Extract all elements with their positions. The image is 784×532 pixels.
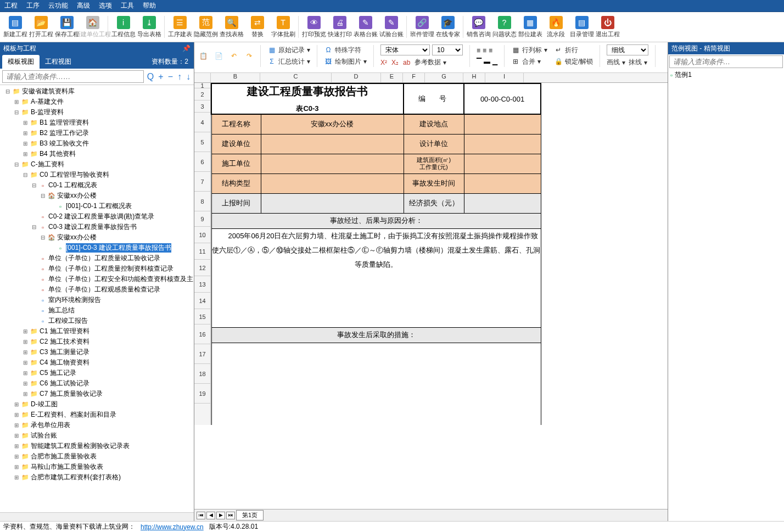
row-header[interactable]: 8 [194, 192, 210, 211]
copy-icon[interactable]: 📋 [199, 52, 208, 60]
menu-工具[interactable]: 工具 [121, 1, 134, 10]
tree-node[interactable]: ⊞📁C1 施工管理资料 [0, 326, 194, 337]
toolbar-班件管理[interactable]: 🔗班件管理 [409, 13, 435, 41]
merge-button[interactable]: ⊞合并▾ [511, 57, 547, 66]
toolbar-问题状态[interactable]: ?问题状态 [491, 13, 517, 41]
down-icon[interactable]: ↓ [185, 72, 192, 82]
col-header[interactable]: I [485, 73, 524, 82]
toolbar-新建单位工程[interactable]: 🏠新建单位工程 [80, 13, 105, 41]
col-header[interactable]: G [425, 73, 463, 82]
tree-node[interactable]: ⊞📁智能建筑工程质量检测验收记录表 [0, 441, 194, 451]
tree-node[interactable]: ▫C0-2 建设工程质量事故调(勘)查笔录 [0, 211, 194, 222]
line-type-select[interactable]: 细线 [607, 44, 648, 55]
tab-template-view[interactable]: 模板视图 [2, 55, 40, 69]
tree-node[interactable]: ▫单位（子单位）工程质量竣工验收记录 [0, 253, 194, 264]
tree-node[interactable]: ⊟📁C-施工资料 [0, 159, 194, 170]
tree-node[interactable]: ▫单位（子单位）工程观感质量检查记录 [0, 284, 194, 295]
tree-node[interactable]: ▫单位（子单位）工程质量控制资料核查记录 [0, 264, 194, 274]
menu-工序[interactable]: 工序 [26, 1, 40, 10]
subscript-icon[interactable]: X₂ [391, 59, 399, 66]
row-header[interactable]: 5 [194, 132, 210, 152]
undo-icon[interactable]: ↶ [229, 52, 238, 60]
tree-h-scrollbar[interactable] [0, 512, 194, 521]
tree-node[interactable]: ⊟📁安徽省建筑资料库 [0, 86, 194, 97]
col-header[interactable]: C [260, 73, 332, 82]
col-header[interactable] [194, 73, 211, 82]
wrap-button[interactable]: ↵折行 [554, 46, 593, 55]
toolbar-部位建表[interactable]: ▦部位建表 [517, 13, 543, 41]
row-header[interactable]: 14 [194, 293, 210, 309]
rowcol-button[interactable]: ▦行列标▾ [511, 46, 547, 55]
tree-node[interactable]: ⊟📁C0 工程管理与验收资料 [0, 170, 194, 180]
row-header[interactable]: 19 [194, 384, 210, 404]
row-header[interactable]: 13 [194, 276, 210, 293]
tree-node[interactable]: ⊞📁承包单位用表 [0, 420, 194, 430]
next-page-icon[interactable]: ▶ [216, 512, 225, 519]
toolbar-试验台账[interactable]: ✎试验台账 [378, 13, 404, 41]
tab-project-view[interactable]: 工程视图 [40, 55, 77, 69]
tree-node[interactable]: ⊟▫C0-1 工程概况表 [0, 180, 194, 191]
align-left-icon[interactable]: ≡ [477, 47, 480, 54]
toolbar-打开工程[interactable]: 📂打开工程 [28, 13, 54, 41]
special-char-button[interactable]: Ω特殊字符 [324, 46, 367, 55]
toolbar-隐藏范例[interactable]: 范隐藏范例 [193, 13, 219, 41]
col-header[interactable]: B [211, 73, 260, 82]
tree-node[interactable]: ⊞📁试验台账 [0, 430, 194, 441]
tree-node[interactable]: ⊞📁C3 施工测量记录 [0, 347, 194, 357]
toolbar-表格台账[interactable]: ✎表格台账 [352, 13, 378, 41]
col-header[interactable]: E [381, 73, 403, 82]
spreadsheet[interactable]: BCDEFGHI 12345678910111213141516171819 建… [194, 73, 668, 509]
toolbar-查找表格[interactable]: 🔍查找表格 [219, 13, 244, 41]
example-item[interactable]: ▫ 范例1 [668, 69, 784, 81]
menu-选项[interactable]: 选项 [99, 1, 112, 10]
tree-node[interactable]: ▫工程竣工报告 [0, 316, 194, 326]
row-header[interactable]: 15 [194, 309, 210, 324]
row-header[interactable]: 18 [194, 364, 210, 384]
align-right-icon[interactable]: ≡ [489, 47, 492, 54]
toolbar-销售咨询[interactable]: 💬销售咨询 [466, 13, 491, 41]
row-header[interactable]: 9 [194, 211, 210, 227]
tree-node[interactable]: ⊞📁C5 施工记录 [0, 368, 194, 378]
row-header[interactable]: 11 [194, 243, 210, 260]
menu-高级[interactable]: 高级 [77, 1, 90, 10]
tree-node[interactable]: ⊞📁D-竣工图 [0, 399, 194, 410]
row-header[interactable]: 4 [194, 113, 210, 132]
tree-node[interactable]: ⊞📁B1 监理管理资料 [0, 117, 194, 128]
tree-search-input[interactable] [2, 70, 144, 83]
toolbar-退出工程[interactable]: ⏻退出工程 [595, 13, 620, 41]
tree-node[interactable]: ▫[001]-C0-1 工程概况表 [0, 201, 194, 211]
row-header[interactable]: 2 [194, 88, 210, 100]
sheet-tab-page1[interactable]: 第1页 [236, 510, 264, 520]
valign-bot-icon[interactable]: ▁ [492, 58, 497, 65]
tree-node[interactable]: ⊞📁C7 施工质量验收记录 [0, 389, 194, 399]
tree-node[interactable]: ⊞📁B4 其他资料 [0, 149, 194, 159]
tree-node[interactable]: ▫单位（子单位）工程安全和功能检查资料核查及主 [0, 274, 194, 284]
toolbar-快速打印[interactable]: 🖨快速打印 [327, 13, 352, 41]
lock-button[interactable]: 🔒锁定/解锁 [554, 57, 593, 66]
align-center-icon[interactable]: ≡ [483, 47, 486, 54]
erase-line-button[interactable]: 抹线▾ [629, 58, 647, 67]
toolbar-流水段[interactable]: 🔥流水段 [543, 13, 569, 41]
prev-page-icon[interactable]: ◀ [206, 512, 215, 519]
draw-pic-button[interactable]: 🖼绘制图片▾ [324, 57, 367, 66]
row-header[interactable]: 1 [194, 83, 210, 88]
tree-node[interactable]: ⊟🏠安徽xx办公楼 [0, 191, 194, 201]
tree-node[interactable]: ▫施工总结 [0, 305, 194, 316]
first-page-icon[interactable]: ⏮ [197, 512, 205, 519]
tree-node[interactable]: ⊞📁C6 施工试验记录 [0, 378, 194, 389]
row-header[interactable]: 17 [194, 344, 210, 364]
tree-node[interactable]: ⊞📁E-工程资料、档案封面和目录 [0, 410, 194, 420]
tree-node[interactable]: ⊞📁合肥市建筑工程资料(套打表格) [0, 472, 194, 483]
tree-node[interactable]: ⊟🏠安徽xx办公楼 [0, 232, 194, 243]
draw-line-button[interactable]: 画线▾ [607, 58, 625, 67]
menu-帮助[interactable]: 帮助 [143, 1, 156, 10]
toolbar-字体批刷[interactable]: T字体批刷 [270, 13, 296, 41]
raw-record-button[interactable]: ▦原始记录▾ [267, 46, 310, 55]
tree-node[interactable]: ⊞📁合肥市施工质量验收表 [0, 451, 194, 462]
valign-mid-icon[interactable]: ▬ [484, 58, 490, 65]
tree-node[interactable]: ⊞📁B2 监理工作记录 [0, 128, 194, 138]
col-header[interactable]: H [463, 73, 485, 82]
remove-icon[interactable]: − [167, 72, 174, 82]
tree-node[interactable]: ⊞📁A-基建文件 [0, 97, 194, 107]
superscript-icon[interactable]: X² [380, 59, 387, 66]
